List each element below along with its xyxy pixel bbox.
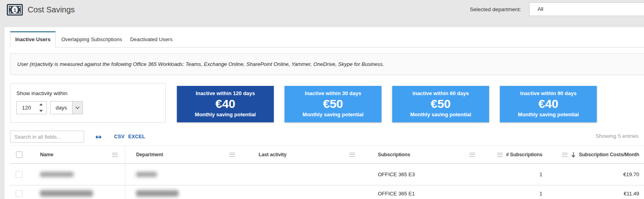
header-select-all <box>10 146 28 163</box>
topbar: 1 Cost Savings Selected department: All <box>0 0 644 27</box>
kpi-title: Inactive within 90 days <box>520 90 577 96</box>
inactivity-filter-panel: Show inactivity within days <box>10 83 166 123</box>
tabstrip: Inactive Users Overlapping Subscriptions… <box>10 31 644 48</box>
grid-toolbar: ↔ CSV EXCEL Showing 5 entries <box>10 131 644 143</box>
header-subscriptions[interactable]: Subscriptions <box>362 146 482 163</box>
column-label: Last activity <box>259 152 287 157</box>
table-row: OFFICE 365 E1 1 €11.49 <box>10 185 644 199</box>
tab-overlapping-subscriptions[interactable]: Overlapping Subscriptions <box>57 32 126 47</box>
inactivity-unit-value: days <box>50 101 72 114</box>
column-label: Name <box>40 152 53 157</box>
subscriptions-cell: OFFICE 365 E3 <box>378 171 415 177</box>
svg-text:1: 1 <box>13 7 16 13</box>
column-menu-icon[interactable] <box>112 153 118 157</box>
inactivity-days-input[interactable] <box>17 101 36 114</box>
spinner-down-icon[interactable] <box>36 108 46 114</box>
header-subscription-costs[interactable]: Subscription Costs/Month <box>560 146 644 163</box>
redacted-name <box>40 172 74 177</box>
select-all-checkbox[interactable] <box>16 151 22 158</box>
spinner-up-icon[interactable] <box>36 101 46 108</box>
grid-header-row: Name Department Last activity Subscripti… <box>10 145 644 164</box>
column-label: Department <box>136 152 163 157</box>
num-subscriptions-cell: 1 <box>540 171 542 177</box>
kpi-caption: Monthly saving potential <box>195 111 256 117</box>
kpi-value: €40 <box>215 98 235 110</box>
page-title-group: 1 Cost Savings <box>6 4 75 16</box>
column-label: Subscription Costs/Month <box>579 152 639 157</box>
num-subscriptions-cell: 1 <box>540 191 542 197</box>
kpi-value: €40 <box>538 98 558 110</box>
export-csv-button[interactable]: CSV <box>114 134 124 139</box>
header-last-activity[interactable]: Last activity <box>242 146 362 163</box>
redacted-name <box>40 190 93 197</box>
export-excel-button[interactable]: EXCEL <box>128 134 145 139</box>
column-menu-icon[interactable] <box>229 153 235 157</box>
info-banner: User (in)activity is measured against th… <box>10 53 644 75</box>
inactive-users-grid: Name Department Last activity Subscripti… <box>10 145 644 199</box>
inactivity-filter-inputs: days <box>16 101 165 114</box>
row-checkbox[interactable] <box>16 171 22 178</box>
column-menu-icon[interactable] <box>497 153 503 157</box>
kpi-caption: Monthly saving potential <box>518 111 579 117</box>
row-checkbox[interactable] <box>16 190 22 197</box>
column-menu-icon[interactable] <box>349 153 355 157</box>
search-input[interactable] <box>10 131 84 143</box>
column-menu-icon[interactable] <box>469 153 475 157</box>
subscriptions-cell: OFFICE 365 E1 <box>378 191 415 197</box>
redacted-department <box>136 172 157 177</box>
table-row: OFFICE 365 E3 1 €19.70 <box>10 164 644 185</box>
kpi-cards: Inactive within 120 days €40 Monthly sav… <box>177 86 597 122</box>
tab-deactivated-users[interactable]: Deactivated Users <box>126 32 177 47</box>
header-num-subscriptions[interactable]: # Subscriptions <box>482 146 560 163</box>
kpi-title: Inactive within 30 days <box>305 90 361 96</box>
cost-cell: €19.70 <box>623 171 639 177</box>
inactivity-filter-label: Show inactivity within <box>16 90 165 96</box>
kpi-title: Inactive within 120 days <box>196 90 255 96</box>
kpi-value: €50 <box>431 98 451 110</box>
kpi-caption: Monthly saving potential <box>303 111 363 117</box>
column-label: Subscriptions <box>378 152 410 157</box>
column-label: # Subscriptions <box>506 152 542 157</box>
showing-entries-text: Showing 5 entries <box>596 133 638 139</box>
tab-inactive-users[interactable]: Inactive Users <box>10 31 56 48</box>
header-name[interactable]: Name <box>28 146 125 163</box>
inactivity-days-stepper <box>16 101 47 114</box>
kpi-card-90-days[interactable]: Inactive within 90 days €40 Monthly savi… <box>500 86 597 122</box>
sort-descending-icon <box>571 152 576 158</box>
main-panel: Inactive Users Overlapping Subscriptions… <box>4 27 644 199</box>
chevron-down-icon <box>72 101 82 114</box>
redacted-department <box>136 190 179 197</box>
swap-arrows-icon[interactable]: ↔ <box>95 133 102 141</box>
stepper-buttons <box>36 101 46 114</box>
kpi-card-120-days[interactable]: Inactive within 120 days €40 Monthly sav… <box>177 86 274 122</box>
inactivity-unit-select[interactable]: days <box>50 101 83 114</box>
header-department[interactable]: Department <box>125 146 242 163</box>
kpi-card-60-days[interactable]: Inactive within 60 days €50 Monthly savi… <box>392 86 489 122</box>
page-title: Cost Savings <box>28 5 75 14</box>
department-label: Selected department: <box>464 6 521 12</box>
department-select[interactable]: All <box>529 2 644 16</box>
kpi-card-30-days[interactable]: Inactive within 30 days €50 Monthly savi… <box>285 86 381 122</box>
money-bill-icon: 1 <box>6 4 23 16</box>
kpi-title: Inactive within 60 days <box>413 90 469 96</box>
kpi-caption: Monthly saving potential <box>410 111 471 117</box>
cost-cell: €11.49 <box>624 191 639 197</box>
column-menu-icon[interactable] <box>562 153 568 157</box>
kpi-value: €50 <box>323 98 343 110</box>
filter-row: Show inactivity within days <box>10 83 644 123</box>
